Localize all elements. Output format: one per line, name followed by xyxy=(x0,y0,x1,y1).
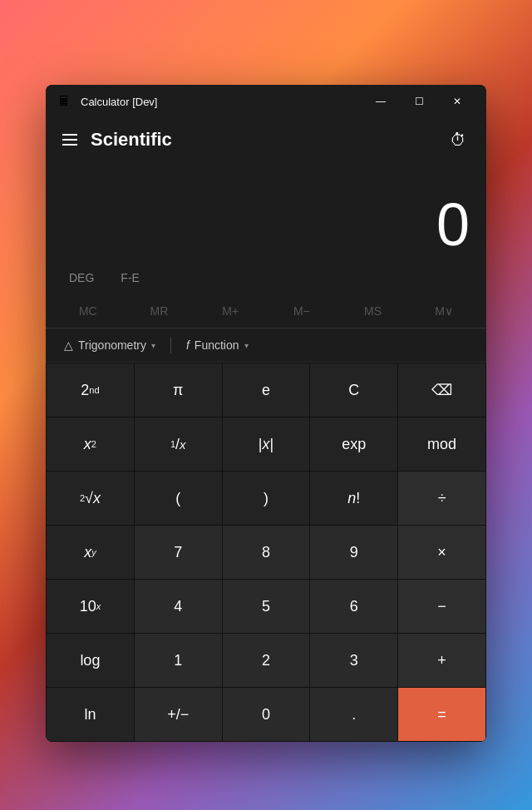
button-power[interactable]: xy xyxy=(47,526,134,579)
func-icon: f xyxy=(186,338,190,352)
button-4[interactable]: 4 xyxy=(135,580,222,633)
button-factorial[interactable]: n! xyxy=(310,472,397,525)
button-backspace[interactable]: ⌫ xyxy=(398,363,485,417)
memory-view-button[interactable]: M∨ xyxy=(408,298,480,324)
window-title: Calculator [Dev] xyxy=(81,96,362,108)
button-2nd[interactable]: 2nd xyxy=(47,363,134,417)
button-0[interactable]: 0 xyxy=(223,688,310,741)
button-6[interactable]: 6 xyxy=(310,580,397,633)
button-8[interactable]: 8 xyxy=(223,526,310,579)
hamburger-line xyxy=(62,144,77,146)
button-equals[interactable]: = xyxy=(398,688,485,741)
memory-plus-button[interactable]: M+ xyxy=(195,298,266,324)
button-3[interactable]: 3 xyxy=(310,634,397,687)
memory-store-button[interactable]: MS xyxy=(337,298,409,324)
display-value: 0 xyxy=(436,195,470,254)
header-left: Scientific xyxy=(59,129,172,151)
button-10x[interactable]: 10x xyxy=(47,580,134,633)
mode-row: DEG F-E xyxy=(46,261,486,294)
button-clear[interactable]: C xyxy=(310,363,397,417)
button-pi[interactable]: π xyxy=(135,363,222,417)
trigonometry-dropdown[interactable]: △ Trigonometry ▾ xyxy=(56,333,164,357)
menu-button[interactable] xyxy=(59,131,81,149)
window-controls: — ☐ ✕ xyxy=(362,88,476,115)
function-dropdown[interactable]: f Function ▾ xyxy=(178,333,257,357)
button-reciprocal[interactable]: 1/x xyxy=(135,417,222,471)
memory-minus-button[interactable]: M− xyxy=(266,298,337,324)
history-button[interactable]: ⏱ xyxy=(443,127,473,153)
button-lparen[interactable]: ( xyxy=(135,472,222,525)
button-9[interactable]: 9 xyxy=(310,526,397,579)
close-button[interactable]: ✕ xyxy=(438,88,476,115)
function-row: △ Trigonometry ▾ f Function ▾ xyxy=(46,328,486,363)
button-exp[interactable]: exp xyxy=(310,417,397,471)
func-label: Function xyxy=(195,338,239,352)
button-multiply[interactable]: × xyxy=(398,526,485,579)
calculator-window: 🖩 Calculator [Dev] — ☐ ✕ Scientific ⏱ 0 … xyxy=(46,85,486,742)
button-decimal[interactable]: . xyxy=(310,688,397,741)
notation-mode-button[interactable]: F-E xyxy=(114,268,146,288)
func-chevron-icon: ▾ xyxy=(244,341,249,350)
buttons-grid: 2ndπeC⌫x21/x|x|expmod2√x()n!÷xy789×10x45… xyxy=(46,363,486,742)
memory-row: MC MR M+ M− MS M∨ xyxy=(46,294,486,328)
button-mod[interactable]: mod xyxy=(398,417,485,471)
memory-clear-button[interactable]: MC xyxy=(52,298,124,324)
hamburger-line xyxy=(62,139,77,141)
button-log[interactable]: log xyxy=(47,634,134,687)
button-ln[interactable]: ln xyxy=(47,688,134,741)
button-rparen[interactable]: ) xyxy=(223,472,310,525)
button-euler[interactable]: e xyxy=(223,363,310,417)
title-bar: 🖩 Calculator [Dev] — ☐ ✕ xyxy=(46,85,486,118)
button-negate[interactable]: +/− xyxy=(135,688,222,741)
button-divide[interactable]: ÷ xyxy=(398,472,485,525)
button-5[interactable]: 5 xyxy=(223,580,310,633)
button-subtract[interactable]: − xyxy=(398,580,485,633)
button-2[interactable]: 2 xyxy=(223,634,310,687)
button-add[interactable]: + xyxy=(398,634,485,687)
button-sqrt[interactable]: 2√x xyxy=(47,472,134,525)
minimize-button[interactable]: — xyxy=(362,88,400,115)
memory-recall-button[interactable]: MR xyxy=(124,298,195,324)
trig-chevron-icon: ▾ xyxy=(151,341,155,350)
trig-icon: △ xyxy=(64,338,73,352)
dropdown-separator xyxy=(170,337,171,353)
app-icon: 🖩 xyxy=(56,93,72,110)
page-title: Scientific xyxy=(91,129,172,151)
hamburger-line xyxy=(62,134,77,136)
angle-mode-button[interactable]: DEG xyxy=(62,268,101,288)
button-7[interactable]: 7 xyxy=(135,526,222,579)
display-area: 0 xyxy=(46,161,486,261)
button-abs[interactable]: |x| xyxy=(223,417,310,471)
button-square[interactable]: x2 xyxy=(47,417,134,471)
app-header: Scientific ⏱ xyxy=(46,118,486,161)
trig-label: Trigonometry xyxy=(78,338,146,352)
button-1[interactable]: 1 xyxy=(135,634,222,687)
maximize-button[interactable]: ☐ xyxy=(400,88,438,115)
